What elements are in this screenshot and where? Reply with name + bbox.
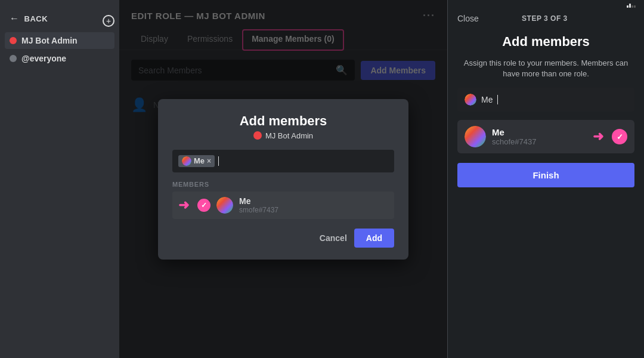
modal-role-row: MJ Bot Admin	[172, 131, 394, 140]
signal-bar-1	[627, 5, 628, 8]
right-member-avatar	[465, 126, 486, 147]
finish-button[interactable]: Finish	[457, 163, 634, 187]
avatar-me-modal	[216, 197, 233, 214]
modal-member-hash: smofe#7437	[239, 206, 278, 214]
modal-member-info: Me smofe#7437	[239, 196, 278, 214]
status-bar	[448, 0, 644, 11]
right-check-circle[interactable]	[612, 129, 627, 144]
modal-check-circle[interactable]	[197, 199, 210, 212]
sidebar-item-mj-bot-admin[interactable]: MJ Bot Admin	[5, 32, 114, 49]
right-search-cursor	[497, 95, 498, 104]
modal-member-row[interactable]: ➜ Me smofe#7437	[172, 192, 394, 219]
modal-tag-name: Me	[194, 156, 205, 165]
modal-tag-remove[interactable]: ×	[207, 157, 211, 165]
signal-bars	[627, 4, 636, 8]
right-step-label: STEP 3 OF 3	[522, 14, 568, 23]
right-member-row[interactable]: Me schofe#7437 ➜	[457, 120, 634, 153]
add-members-modal: Add members MJ Bot Admin Me × MEMBERS ➜	[158, 99, 408, 260]
modal-member-name: Me	[239, 196, 278, 206]
role-dot-red	[10, 37, 17, 44]
right-subtitle: Assign this role to your members. Member…	[457, 58, 634, 79]
modal-cancel-button[interactable]: Cancel	[320, 233, 347, 243]
right-panel: Close STEP 3 OF 3 Add members Assign thi…	[447, 0, 644, 358]
back-arrow-icon: ←	[10, 13, 20, 24]
modal-arrow-icon: ➜	[178, 197, 189, 213]
modal-role-dot	[253, 131, 262, 140]
right-arrow-icon: ➜	[593, 129, 603, 144]
right-finish-area: Finish	[448, 163, 644, 187]
modal-selected-tag: Me ×	[178, 155, 215, 167]
sidebar-role-label: MJ Bot Admin	[21, 36, 78, 45]
modal-overlay: Add members MJ Bot Admin Me × MEMBERS ➜	[119, 0, 447, 358]
modal-add-button[interactable]: Add	[354, 229, 394, 248]
right-top-nav: Close STEP 3 OF 3	[448, 11, 644, 29]
sidebar-item-everyone[interactable]: @everyone	[5, 50, 114, 67]
modal-cursor	[218, 156, 219, 166]
role-dot-gray	[10, 55, 17, 62]
back-label: BACK	[24, 14, 48, 23]
back-button[interactable]: ← BACK	[5, 10, 52, 27]
modal-input-row[interactable]: Me ×	[172, 150, 394, 172]
sidebar-everyone-label: @everyone	[21, 54, 66, 63]
right-member-name: Me	[492, 127, 587, 137]
right-member-info: Me schofe#7437	[492, 127, 587, 146]
modal-section-label: MEMBERS	[172, 181, 394, 188]
modal-footer: Cancel Add	[172, 229, 394, 248]
avatar-me-right-search	[465, 94, 476, 106]
right-close-button[interactable]: Close	[457, 14, 479, 23]
modal-title: Add members	[172, 113, 394, 129]
right-search-box[interactable]: Me	[457, 88, 634, 112]
signal-bar-2	[629, 4, 631, 8]
right-content: Add members Assign this role to your mem…	[448, 29, 644, 163]
right-search-avatar	[465, 94, 476, 106]
right-search-text: Me	[481, 95, 493, 104]
modal-member-avatar	[216, 197, 233, 214]
sidebar: ← BACK + MJ Bot Admin @everyone	[0, 0, 119, 358]
signal-bar-4	[634, 5, 636, 8]
right-member-hash: schofe#7437	[492, 137, 587, 146]
modal-tag-avatar	[182, 156, 191, 166]
modal-role-name: MJ Bot Admin	[265, 131, 313, 140]
modal-member-list: ➜ Me smofe#7437	[172, 192, 394, 219]
avatar-me-right	[465, 126, 486, 147]
add-role-button[interactable]: +	[103, 15, 114, 27]
signal-bar-3	[631, 5, 633, 8]
avatar-me-small	[182, 156, 191, 166]
right-title: Add members	[457, 34, 634, 50]
